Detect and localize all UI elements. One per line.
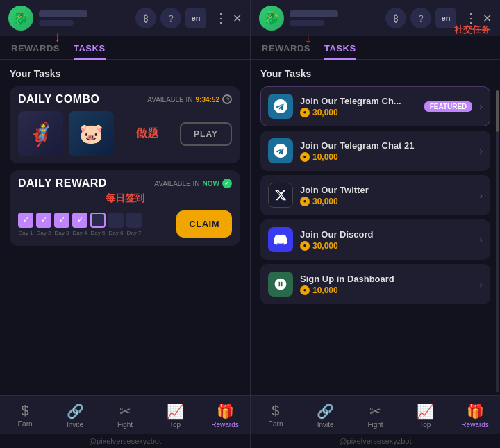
task-icon-discord (268, 227, 293, 252)
rewards-label: Rewards (211, 421, 238, 429)
chevron-4: › (479, 234, 483, 245)
reward-amount-4: 30,000 (312, 241, 338, 251)
play-button[interactable]: PLAY (180, 122, 232, 146)
reward-available: AVAILABLE IN NOW ✓ (154, 179, 232, 188)
task-info-5: Sign Up in Dashboard ● 10,000 (300, 274, 472, 295)
nav-earn-left[interactable]: $ Earn (0, 400, 50, 431)
task-name-2: Join Our Telegram Chat 21 (300, 140, 425, 151)
task-item-4[interactable]: Join Our Discord ● 30,000 › (260, 219, 490, 260)
task-icon-twitter (268, 183, 293, 208)
right-header-icons: ₿ ? en (385, 8, 456, 28)
nav-invite-left[interactable]: 🔗 Invite (50, 400, 100, 431)
coin-icon-5: ● (300, 285, 310, 295)
left-section-title: Your Tasks (10, 68, 240, 79)
coin-icon-1: ● (300, 108, 310, 117)
day-6: Day 6 (108, 213, 124, 236)
task-name-4: Join Our Discord (300, 229, 425, 240)
nav-fight-left[interactable]: ✂ Fight (100, 400, 150, 431)
reward-body: ✓ Day 1 ✓ Day 2 ✓ Day 3 ✓ Day 4 (10, 208, 240, 246)
reward-now: NOW (203, 180, 219, 188)
tab-tasks-right[interactable]: TASKS (324, 43, 356, 59)
right-close-button[interactable]: ✕ (483, 12, 492, 25)
right-help-button[interactable]: ? (410, 8, 431, 28)
day-1: ✓ Day 1 (18, 213, 33, 236)
nav-fight-right[interactable]: ✂ Fight (351, 400, 401, 431)
daily-reward-card: DAILY REWARD AVAILABLE IN NOW ✓ 每日签到 ✓ D… (10, 170, 240, 246)
tab-tasks-left[interactable]: TASKS (74, 43, 106, 59)
task-item-1[interactable]: Join Our Telegram Ch... ● 30,000 FEATURE… (260, 86, 490, 126)
rewards-icon: 🎁 (217, 403, 234, 420)
right-top-icon: 📈 (417, 403, 434, 420)
top-icon: 📈 (167, 403, 184, 420)
username-bar (39, 10, 88, 17)
task-info-4: Join Our Discord ● 30,000 (300, 229, 472, 251)
combo-header: DAILY COMBO AVAILABLE IN 9:34:52 ⏱ (10, 86, 240, 106)
help-button[interactable]: ? (160, 8, 181, 28)
task-reward-4: ● 30,000 (300, 241, 472, 251)
scrollbar-thumb (496, 90, 499, 132)
close-button[interactable]: ✕ (233, 12, 242, 25)
right-top-label: Top (419, 421, 431, 429)
task-reward-1: ● 30,000 (300, 108, 417, 117)
claim-button[interactable]: CLAIM (176, 210, 232, 238)
invite-label: Invite (67, 421, 83, 429)
earn-label: Earn (17, 420, 32, 428)
reward-header: DAILY REWARD AVAILABLE IN NOW ✓ (10, 170, 240, 192)
right-invite-label: Invite (317, 421, 334, 429)
left-footer: @pixelversesexyzbot (0, 434, 250, 448)
right-username-bar2 (290, 20, 324, 26)
day-3-label: Day 3 (55, 230, 69, 236)
right-earn-label: Earn (268, 420, 283, 428)
day-7: Day 7 (126, 213, 142, 236)
left-bottom-nav: $ Earn 🔗 Invite ✂ Fight 📈 Top 🎁 Rewards (0, 395, 250, 434)
nav-rewards-left[interactable]: 🎁 Rewards (200, 400, 250, 431)
combo-available: AVAILABLE IN 9:34:52 ⏱ (147, 94, 232, 104)
tab-rewards-right[interactable]: REWARDS (262, 43, 310, 59)
right-avatar: 🐉 (259, 6, 284, 31)
combo-timer: 9:34:52 (196, 96, 219, 103)
days-row: ✓ Day 1 ✓ Day 2 ✓ Day 3 ✓ Day 4 (18, 213, 169, 236)
day-2-label: Day 2 (37, 230, 51, 236)
task-item-2[interactable]: Join Our Telegram Chat 21 ● 10,000 › (260, 131, 490, 171)
username-bar2 (39, 20, 74, 26)
task-name-3: Join Our Twitter (300, 185, 425, 195)
task-icon-telegram-2 (268, 138, 293, 163)
task-reward-3: ● 30,000 (300, 197, 472, 206)
right-menu-icon[interactable]: ⋮ (465, 10, 477, 26)
day-6-check (108, 213, 124, 228)
task-item-5[interactable]: Sign Up in Dashboard ● 10,000 › (260, 264, 490, 304)
nav-top-right[interactable]: 📈 Top (400, 400, 450, 431)
available-label: AVAILABLE IN (147, 96, 192, 103)
header-icons: ₿ ? en (135, 8, 206, 28)
right-language-button[interactable]: en (435, 8, 456, 28)
task-reward-5: ● 10,000 (300, 285, 472, 295)
day-4-label: Day 4 (73, 230, 88, 236)
menu-icon[interactable]: ⋮ (215, 10, 227, 26)
reward-amount-5: 10,000 (312, 285, 338, 295)
right-currency-button[interactable]: ₿ (385, 8, 406, 28)
nav-rewards-right[interactable]: 🎁 Rewards (450, 400, 500, 431)
right-invite-icon: 🔗 (317, 403, 334, 420)
right-rewards-icon: 🎁 (467, 403, 484, 420)
top-label: Top (169, 421, 181, 429)
task-reward-2: ● 10,000 (300, 152, 472, 162)
nav-top-left[interactable]: 📈 Top (150, 400, 200, 431)
fight-icon: ✂ (119, 403, 131, 420)
avatar: 🐉 (8, 6, 33, 31)
task-info-3: Join Our Twitter ● 30,000 (300, 185, 472, 206)
day-7-label: Day 7 (127, 230, 142, 236)
coin-icon-3: ● (300, 197, 310, 206)
right-fight-icon: ✂ (369, 403, 381, 420)
task-list: Join Our Telegram Ch... ● 30,000 FEATURE… (260, 86, 490, 304)
day-2-check: ✓ (36, 213, 51, 228)
task-item-3[interactable]: Join Our Twitter ● 30,000 › (260, 175, 490, 215)
day-1-label: Day 1 (19, 230, 33, 236)
language-button[interactable]: en (185, 8, 206, 28)
earn-icon: $ (21, 403, 28, 419)
nav-invite-right[interactable]: 🔗 Invite (301, 400, 351, 431)
nav-earn-right[interactable]: $ Earn (251, 400, 301, 431)
tab-rewards-left[interactable]: REWARDS (11, 43, 60, 59)
day-5-label: Day 5 (91, 230, 106, 236)
currency-button[interactable]: ₿ (135, 8, 156, 28)
combo-annotation-chinese: 做题 (119, 126, 174, 141)
